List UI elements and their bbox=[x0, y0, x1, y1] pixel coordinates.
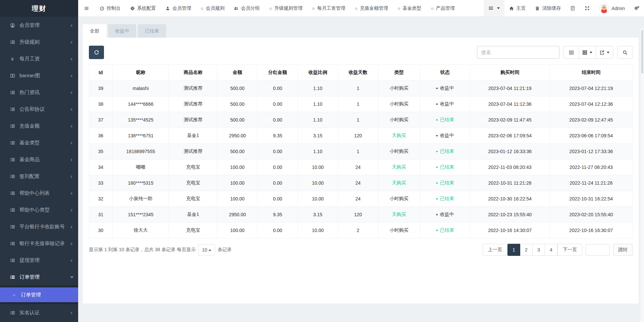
topnav-item[interactable]: ○会员规则 bbox=[196, 0, 229, 16]
sidebar-item[interactable]: 基金商品‹ bbox=[0, 151, 78, 168]
tab[interactable]: 已结束 bbox=[138, 24, 166, 38]
sidebar-item[interactable]: 帮助中心列表‹ bbox=[0, 185, 78, 201]
sidebar-item[interactable]: 提现管理‹ bbox=[0, 252, 78, 269]
cell-status: ●已结束 bbox=[420, 191, 470, 207]
columns-toggle-button[interactable] bbox=[579, 46, 596, 59]
fullscreen-button[interactable] bbox=[580, 0, 594, 16]
cell-type: 小时购买 bbox=[378, 191, 420, 207]
cell-end-time: 2022-11-24 11:21:28 bbox=[550, 175, 632, 191]
home-button[interactable]: 主页 bbox=[504, 0, 530, 16]
circle-icon: ○ bbox=[11, 293, 17, 297]
page-button[interactable]: 4 bbox=[545, 244, 557, 256]
page-button[interactable]: 2 bbox=[520, 244, 533, 256]
sidebar-item[interactable]: 充值金额‹ bbox=[0, 118, 78, 134]
brand-logo[interactable]: 理财 bbox=[0, 0, 78, 17]
page-button[interactable]: 3 bbox=[532, 244, 545, 256]
table-header-cell[interactable]: 分红金额 bbox=[258, 65, 298, 81]
topnav-item[interactable]: 会员分组 bbox=[229, 0, 264, 16]
topnav-item[interactable]: ○升级规则管理 bbox=[264, 0, 307, 16]
sidebar-item[interactable]: 平台银行卡收款账号‹ bbox=[0, 218, 78, 235]
prev-page-button[interactable]: 上一页 bbox=[483, 244, 507, 256]
sidebar-subitem[interactable]: ○订单管理 bbox=[0, 287, 78, 302]
table-view-button-group bbox=[564, 46, 613, 59]
table-header-cell[interactable]: 结束时间 bbox=[550, 65, 632, 81]
topnav-item[interactable]: 控制台 bbox=[95, 0, 125, 16]
table-header-cell[interactable]: 昵称 bbox=[112, 65, 169, 81]
cell-ratio: 10.00 bbox=[298, 191, 338, 207]
sidebar-item-label: 基金商品 bbox=[19, 156, 40, 163]
topnav-item[interactable]: ○产品管理 bbox=[426, 0, 459, 16]
page-button[interactable]: 1 bbox=[507, 244, 520, 256]
sidebar-item[interactable]: 帮助中心类型‹ bbox=[0, 201, 78, 218]
admin-menu[interactable]: Admin bbox=[594, 0, 630, 16]
summary-suffix: 条记录 bbox=[218, 247, 232, 253]
cell-nickname: 151****2345 bbox=[112, 207, 169, 223]
sidebar-item[interactable]: banner图‹ bbox=[0, 67, 78, 84]
cell-dividend: 0.00 bbox=[258, 144, 298, 159]
next-page-button[interactable]: 下一页 bbox=[557, 244, 582, 256]
search-input[interactable] bbox=[477, 46, 559, 59]
list-icon bbox=[9, 157, 16, 162]
sidebar-item[interactable]: 热门资讯‹ bbox=[0, 84, 78, 101]
topnav-item-label: 每月工资管理 bbox=[317, 5, 345, 11]
table-header-cell[interactable]: 购买时间 bbox=[470, 65, 550, 81]
page-size-button[interactable]: 10 bbox=[198, 244, 215, 256]
gear-icon bbox=[130, 6, 135, 11]
scrollbar[interactable] bbox=[641, 29, 644, 322]
sidebar-item[interactable]: ¥每月工资‹ bbox=[0, 50, 78, 67]
table-header-cell[interactable]: 状态 bbox=[420, 65, 470, 81]
cell-status: ●收益中 bbox=[420, 128, 470, 144]
status-dot-icon: ● bbox=[436, 118, 438, 122]
tab[interactable]: 收益中 bbox=[108, 24, 136, 38]
scrollbar-thumb[interactable] bbox=[641, 30, 643, 74]
cell-end-time: 2022-10-31 16:22:54 bbox=[550, 191, 632, 207]
content-panel: Id昵称商品名称金额分红金额收益比例收益天数类型状态购买时间结束时间 39mal… bbox=[83, 38, 639, 304]
status-dot-icon: ● bbox=[436, 228, 438, 232]
sidebar-item[interactable]: 会员管理‹ bbox=[0, 17, 78, 34]
topnav-item[interactable]: 会员管理 bbox=[161, 0, 196, 16]
cell-amount: 500.00 bbox=[217, 144, 258, 159]
table-header-cell[interactable]: 商品名称 bbox=[169, 65, 217, 81]
page-jump-input[interactable] bbox=[586, 244, 610, 256]
cell-nickname: malashi bbox=[112, 81, 169, 96]
sidebar-toggle-button[interactable] bbox=[78, 0, 95, 16]
docs-button[interactable] bbox=[566, 0, 580, 16]
table-row: 37135****4525测试推荐500.000.001.101小时购买●已结束… bbox=[89, 112, 633, 128]
sidebar-item[interactable]: 订单管理‹ bbox=[0, 269, 78, 285]
clear-cache-button[interactable]: 清除缓存 bbox=[530, 0, 566, 16]
cell-product: 测试推荐 bbox=[169, 144, 217, 159]
sidebar-item[interactable]: 基金类型‹ bbox=[0, 134, 78, 151]
sidebar-item[interactable]: 公告和协议‹ bbox=[0, 101, 78, 118]
topnav-item[interactable]: ○基金类型 bbox=[393, 0, 426, 16]
table-header-cell[interactable]: 类型 bbox=[378, 65, 420, 81]
tabs-list-dropdown[interactable] bbox=[484, 0, 504, 16]
table-header-cell[interactable]: Id bbox=[89, 65, 113, 81]
cell-buy-time: 2022-10-30 16:22:54 bbox=[470, 191, 550, 207]
table-header-cell[interactable]: 收益天数 bbox=[338, 65, 378, 81]
cell-product: 基金1 bbox=[169, 207, 217, 223]
search-button[interactable] bbox=[617, 46, 633, 59]
detail-view-button[interactable] bbox=[564, 46, 579, 59]
sidebar-item[interactable]: 签到配置‹ bbox=[0, 168, 78, 185]
refresh-button[interactable] bbox=[89, 46, 104, 59]
list-icon bbox=[9, 275, 16, 280]
sidebar-item[interactable]: 银行卡充值审核记录‹ bbox=[0, 235, 78, 252]
status-label: 已结束 bbox=[440, 117, 454, 122]
page-number-group: 1234 bbox=[507, 244, 557, 256]
topnav-item[interactable]: ○充值金额管理 bbox=[350, 0, 392, 16]
topnav-item-label: 控制台 bbox=[107, 5, 121, 11]
tab[interactable]: 全部 bbox=[83, 24, 106, 38]
topnav-item[interactable]: 系统配置 bbox=[125, 0, 161, 16]
cell-ratio: 10.00 bbox=[298, 223, 338, 238]
sidebar-item[interactable]: 实名认证‹ bbox=[0, 304, 78, 321]
cell-end-time: 2023-02-09 12:47:45 bbox=[550, 112, 632, 128]
sidebar-item[interactable]: 升级规则‹ bbox=[0, 34, 78, 50]
chevron-left-icon: ‹ bbox=[70, 55, 73, 62]
page-jump-button[interactable]: 跳转 bbox=[613, 244, 633, 256]
table-header-cell[interactable]: 收益比例 bbox=[298, 65, 338, 81]
cell-end-time: 2023-07-04 12:12:36 bbox=[550, 96, 632, 112]
settings-button[interactable] bbox=[630, 0, 644, 16]
topnav-item[interactable]: ○每月工资管理 bbox=[307, 0, 350, 16]
table-header-cell[interactable]: 金额 bbox=[217, 65, 258, 81]
export-button[interactable] bbox=[596, 46, 613, 59]
